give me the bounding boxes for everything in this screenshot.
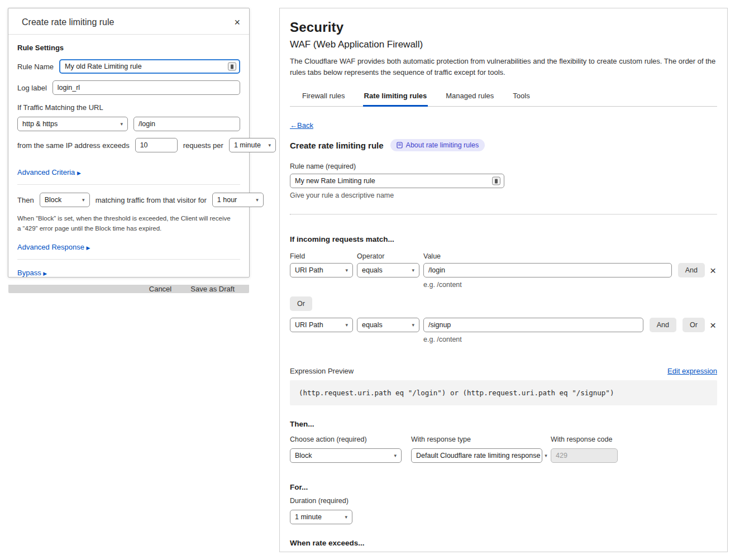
response-code-label: With response code (551, 435, 629, 443)
requests-per-text: requests per (183, 141, 223, 150)
value-input[interactable] (423, 263, 672, 277)
for-section-title: For... (290, 483, 717, 491)
block-note: When “Block” is set, when the threshold … (17, 214, 235, 234)
action-select[interactable]: Block ▾ (290, 448, 402, 463)
page-subtitle: WAF (Web Application Firewall) (290, 39, 717, 50)
rule-name-label: Rule Name (17, 63, 54, 71)
advanced-response-link[interactable]: Advanced Response ▶ (17, 243, 90, 251)
chevron-down-icon: ▾ (412, 322, 414, 328)
value-hint: e.g. /content (423, 281, 717, 289)
chevron-down-icon: ▾ (412, 267, 414, 273)
chevron-down-icon: ▾ (345, 267, 348, 273)
matching-text: matching traffic from that visitor for (96, 196, 207, 204)
about-rate-limiting-badge[interactable]: About rate limiting rules (390, 139, 485, 151)
chevron-down-icon: ▾ (545, 453, 547, 458)
period-select[interactable]: 1 minute ▾ (229, 138, 276, 152)
expression-code: (http.request.uri.path eq "/login") or (… (290, 380, 717, 405)
screen: Create rate limiting rule × Rule Setting… (0, 0, 735, 560)
match-section-title: If incoming requests match... (290, 235, 717, 243)
extension-autofill-icon[interactable] (228, 63, 236, 71)
legacy-rate-limit-dialog: Create rate limiting rule × Rule Setting… (8, 8, 250, 277)
rule-name-help: Give your rule a descriptive name (290, 192, 717, 199)
tab-managed-rules[interactable]: Managed rules (445, 89, 495, 107)
close-icon[interactable]: × (234, 17, 240, 27)
edit-expression-link[interactable]: Edit expression (667, 367, 717, 375)
action-select[interactable]: Block ▾ (40, 193, 90, 207)
requests-input[interactable] (135, 138, 178, 152)
scheme-select[interactable]: http & https ▾ (17, 117, 128, 131)
match-row: URI Path ▾ equals ▾ And × (290, 263, 717, 277)
back-link[interactable]: ←Back (290, 121, 313, 130)
chevron-down-icon: ▾ (345, 322, 348, 328)
divider (17, 184, 240, 185)
or-button[interactable]: Or (682, 318, 705, 332)
field-label: Field (290, 252, 353, 260)
operator-select[interactable]: equals ▾ (357, 318, 419, 332)
duration-select[interactable]: 1 minute ▾ (290, 510, 352, 524)
response-type-select[interactable]: Default Cloudflare rate limiting respons… (411, 448, 542, 463)
chevron-down-icon: ▾ (82, 197, 85, 203)
rule-name-input[interactable] (59, 59, 240, 74)
ban-duration-select[interactable]: 1 hour ▾ (212, 193, 264, 207)
dialog-header: Create rate limiting rule × (8, 8, 249, 35)
log-label-input[interactable] (52, 80, 240, 95)
form-title: Create rate limiting rule (290, 141, 384, 150)
response-code-input (551, 448, 618, 463)
traffic-match-label: If Traffic Matching the URL (17, 103, 240, 112)
save-as-draft-button[interactable]: Save as Draft (190, 285, 235, 293)
remove-row-icon[interactable]: × (709, 320, 717, 331)
rule-name-input[interactable] (290, 174, 504, 188)
tab-rate-limiting-rules[interactable]: Rate limiting rules (363, 89, 428, 107)
and-button[interactable]: And (678, 263, 705, 277)
security-waf-panel: Security WAF (Web Application Firewall) … (279, 8, 728, 552)
dialog-title: Create rate limiting rule (22, 17, 114, 27)
rate-section-title: When rate exceeds... (290, 539, 717, 547)
cancel-button[interactable]: Cancel (149, 285, 171, 293)
duration-label: Duration (required) (290, 497, 717, 505)
doc-icon (397, 142, 403, 149)
rule-name-row: Rule Name (17, 59, 240, 74)
rules-tabs: Firewall rules Rate limiting rules Manag… (290, 89, 717, 107)
chevron-down-icon: ▾ (345, 514, 347, 520)
expand-arrow-icon: ▶ (43, 271, 47, 276)
dialog-footer: Cancel Save as Draft (8, 285, 249, 293)
operator-select[interactable]: equals ▾ (357, 263, 419, 277)
field-select[interactable]: URI Path ▾ (290, 318, 353, 332)
exceeds-text: from the same IP address exceeds (17, 141, 130, 150)
then-section-title: Then... (290, 420, 717, 428)
chevron-down-icon: ▾ (394, 453, 397, 458)
then-row: Then Block ▾ matching traffic from that … (17, 193, 240, 207)
or-connector-button[interactable]: Or (290, 296, 312, 311)
dialog-body: Rule Settings Rule Name Log label If Tra… (8, 35, 249, 285)
bypass-link[interactable]: Bypass ▶ (17, 269, 47, 277)
remove-row-icon[interactable]: × (709, 265, 717, 276)
match-column-labels: Field Operator Value (290, 252, 717, 260)
advanced-criteria-link[interactable]: Advanced Criteria ▶ (17, 168, 81, 176)
value-input[interactable] (423, 318, 643, 332)
match-row: URI Path ▾ equals ▾ And Or × (290, 318, 717, 332)
rule-settings-heading: Rule Settings (17, 44, 240, 52)
expand-arrow-icon: ▶ (87, 245, 90, 251)
value-hint: e.g. /content (423, 336, 717, 343)
expand-arrow-icon: ▶ (77, 170, 81, 176)
log-label-row: Log label (17, 80, 240, 95)
tab-firewall-rules[interactable]: Firewall rules (301, 89, 346, 107)
divider (17, 259, 240, 260)
and-button[interactable]: And (650, 318, 676, 332)
expression-preview-label: Expression Preview (290, 367, 354, 375)
response-type-label: With response type (411, 435, 551, 443)
then-label: Then (17, 196, 34, 204)
field-select[interactable]: URI Path ▾ (290, 263, 353, 277)
tab-tools[interactable]: Tools (512, 89, 531, 107)
divider (290, 214, 717, 215)
url-match-row: http & https ▾ (17, 117, 240, 131)
threshold-row: from the same IP address exceeds request… (17, 138, 240, 152)
value-label: Value (423, 252, 441, 260)
operator-label: Operator (357, 252, 419, 260)
extension-autofill-icon[interactable] (492, 177, 500, 185)
back-arrow-icon: ← (290, 121, 297, 130)
form-title-row: Create rate limiting rule About rate lim… (290, 139, 717, 151)
log-label-label: Log label (17, 84, 47, 92)
page-title: Security (290, 20, 717, 35)
url-input[interactable] (133, 117, 240, 131)
